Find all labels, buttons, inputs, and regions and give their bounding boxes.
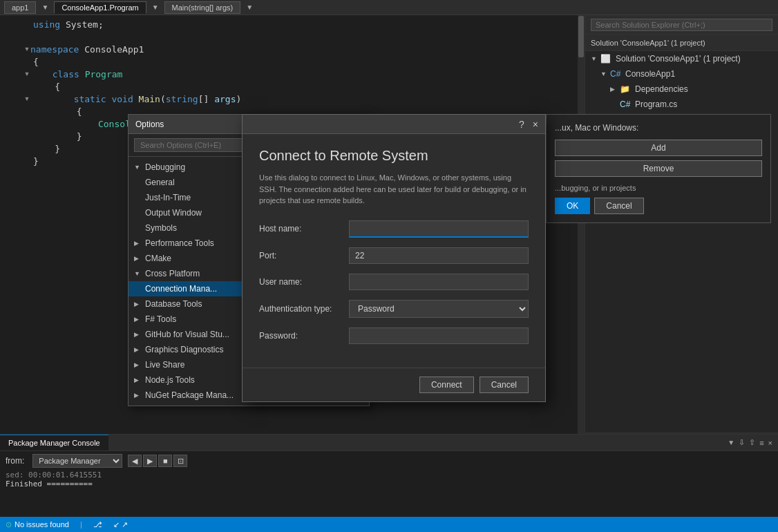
tree-symbols-label: Symbols [145, 223, 177, 233]
pkg-icon-down[interactable]: ⇩ [739, 438, 745, 447]
port-input[interactable] [349, 247, 529, 264]
se-dependencies-label: Dependencies [635, 84, 688, 94]
remote-panel-title: ...ux, Mac or Windows: [555, 123, 762, 133]
password-label: Password: [259, 331, 349, 341]
pkg-tab-icons: ▼ ⇩ ⇧ ≡ × [728, 438, 778, 447]
pkg-line-2: Finished ========== [6, 479, 772, 488]
tree-cross-platform-label: Cross Platform [145, 269, 200, 278]
tab-main[interactable]: Main(string[] args) [164, 1, 241, 14]
programcs-icon: C# [620, 99, 632, 109]
ok-cancel-row: OK Cancel [555, 198, 762, 214]
solution-explorer-panel: Solution 'ConsoleApp1' (1 project) ▼ ⬜ S… [585, 15, 778, 449]
pkg-btn-arrow-left[interactable]: ◀ [128, 455, 142, 467]
se-arrow-consoleapp1: ▼ [600, 70, 610, 77]
tree-output-window-label: Output Window [145, 208, 202, 218]
tree-github-label: GitHub for Visual Stu... [145, 330, 229, 339]
pkg-icon-up[interactable]: ⇧ [749, 438, 755, 447]
form-row-auth: Authentication type: Password Private Ke… [259, 300, 529, 318]
add-button[interactable]: Add [555, 140, 762, 156]
connect-dialog: ? × Connect to Remote System Use this di… [242, 114, 546, 402]
tree-perf-label: Performance Tools [145, 238, 214, 248]
username-input[interactable] [349, 274, 529, 290]
tree-jit-label: Just-In-Time [145, 193, 191, 202]
top-tabbar: app1 ▼ ConsoleApp1.Program ▼ Main(string… [0, 0, 778, 15]
tree-nodejs-label: Node.js Tools [145, 375, 195, 385]
connect-dialog-body: Connect to Remote System Use this dialog… [243, 134, 545, 368]
se-item-solution[interactable]: ▼ ⬜ Solution 'ConsoleApp1' (1 project) [585, 51, 778, 66]
status-no-issues[interactable]: ⊙ No issues found [6, 520, 69, 529]
solution-icon: ⬜ [600, 54, 613, 64]
code-line-2 [0, 30, 585, 43]
tab-arrow-2[interactable]: ▼ [149, 2, 162, 12]
cancel-connect-button[interactable]: Cancel [480, 377, 529, 393]
tab-consoleapp[interactable]: ConsoleApp1.Program [54, 1, 146, 14]
connect-dialog-header: ? × [243, 115, 545, 134]
scrollbar-thumb [578, 16, 584, 57]
pkg-icon-list[interactable]: ≡ [759, 439, 763, 447]
tree-test[interactable]: ▶ Test [129, 403, 369, 406]
form-row-username: User name: [259, 274, 529, 290]
tree-conn-label: Connection Mana... [145, 284, 217, 294]
connect-button[interactable]: Connect [419, 377, 474, 393]
code-line-5: ▼ class Program [0, 68, 585, 80]
tree-graphics-label: Graphics Diagnostics [145, 345, 223, 354]
no-issues-text: No issues found [15, 520, 69, 529]
form-row-hostname: Host name: [259, 220, 529, 238]
password-input[interactable] [349, 327, 529, 344]
pkg-action-btns: ◀ ▶ ■ ⊡ [128, 455, 187, 467]
se-header-text: Solution 'ConsoleApp1' (1 project) [591, 39, 705, 47]
remote-desc-text: ...bugging, or in projects [555, 184, 762, 192]
project-icon: C# [610, 69, 623, 79]
hostname-input[interactable] [349, 220, 529, 238]
connect-dialog-footer: Connect Cancel [243, 368, 545, 401]
package-manager-panel: Package Manager Console ▼ ⇩ ⇧ ≡ × from: … [0, 434, 778, 517]
status-git[interactable]: ⎇ [93, 520, 102, 529]
pkg-icon-dropdown[interactable]: ▼ [728, 439, 734, 446]
editor-scrollbar[interactable] [578, 15, 585, 449]
pkg-from-select[interactable]: Package Manager [32, 454, 122, 468]
se-arrow-dependencies: ▶ [610, 86, 620, 93]
code-line-4: { [0, 55, 585, 68]
se-programcs-label: Program.cs [635, 99, 677, 109]
dependencies-icon: 📁 [620, 84, 632, 94]
form-row-password: Password: [259, 327, 529, 344]
remove-button[interactable]: Remove [555, 160, 762, 177]
auth-label: Authentication type: [259, 304, 349, 314]
ok-button[interactable]: OK [555, 198, 590, 214]
code-line-3: ▼ namespace ConsoleApp1 [0, 43, 585, 55]
connect-heading: Connect to Remote System [259, 148, 529, 164]
pkg-tab-console[interactable]: Package Manager Console [0, 435, 108, 450]
tab-app1[interactable]: app1 [4, 1, 36, 14]
pkg-btn-clear[interactable]: ⊡ [173, 455, 187, 467]
tab-arrow-3[interactable]: ▼ [243, 2, 256, 12]
help-icon[interactable]: ? [519, 119, 524, 130]
pkg-from-row: from: Package Manager ◀ ▶ ■ ⊡ [6, 454, 772, 468]
form-row-port: Port: [259, 247, 529, 264]
se-item-programcs[interactable]: ▶ C# Program.cs [585, 97, 778, 112]
pkg-btn-arrow-right[interactable]: ▶ [143, 455, 157, 467]
se-project-label: ConsoleApp1 [625, 69, 675, 79]
se-solution-label: Solution 'ConsoleApp1' (1 project) [616, 54, 741, 64]
code-line-1: using System; [0, 18, 585, 30]
pkg-from-label: from: [6, 456, 24, 466]
options-title: Options [135, 120, 164, 129]
status-arrows[interactable]: ↙ ↗ [113, 520, 128, 529]
code-line-6: { [0, 80, 585, 93]
auth-select[interactable]: Password Private Key [349, 300, 529, 318]
tab-arrow-1[interactable]: ▼ [39, 2, 51, 12]
se-item-dependencies[interactable]: ▶ 📁 Dependencies [585, 82, 778, 97]
status-bar: ⊙ No issues found | ⎇ ↙ ↗ [0, 517, 778, 532]
se-item-consoleapp1[interactable]: ▼ C# ConsoleApp1 [585, 66, 778, 82]
pkg-icon-more[interactable]: × [768, 439, 772, 447]
cancel-remote-button[interactable]: Cancel [594, 198, 643, 214]
port-label: Port: [259, 251, 349, 260]
pkg-line-1: sed: 00:00:01.6415551 [6, 471, 772, 479]
connect-close-button[interactable]: × [533, 119, 538, 130]
se-arrow-solution: ▼ [591, 55, 600, 62]
pkg-btn-stop[interactable]: ■ [158, 455, 172, 467]
remote-desc: ...bugging, or in projects OK Cancel [555, 184, 762, 214]
no-issues-icon: ⊙ [6, 520, 12, 529]
se-search-input[interactable] [591, 19, 772, 31]
username-label: User name: [259, 277, 349, 287]
connect-description: Use this dialog to connect to Linux, Mac… [259, 172, 529, 207]
